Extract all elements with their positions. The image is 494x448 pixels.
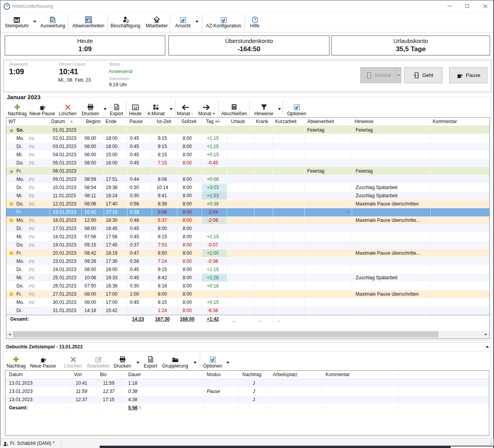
svg-text:12: 12 xyxy=(133,106,137,110)
svg-text:?: ? xyxy=(254,17,256,22)
